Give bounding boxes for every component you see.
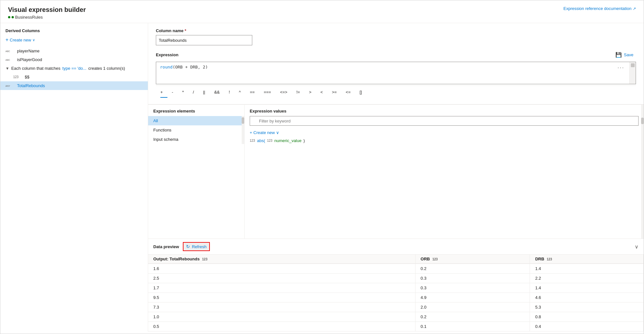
breadcrumb-text: BusinessRules bbox=[15, 15, 43, 20]
expression-values-title: Expression values bbox=[250, 109, 639, 113]
values-list-item[interactable]: 123 abs( 123 numeric_value ) bbox=[250, 137, 639, 144]
val-param-name: numeric_value bbox=[274, 138, 302, 143]
column-name-label: isPlayerGood bbox=[17, 57, 42, 62]
expr-list-item-functions[interactable]: Functions bbox=[148, 125, 244, 135]
create-new-button[interactable]: + Create new ∨ bbox=[0, 36, 148, 47]
values-scrollbar bbox=[641, 105, 644, 239]
main-layout: Derived Columns + Create new ∨ abc playe… bbox=[0, 23, 644, 331]
list-item[interactable]: abc isPlayerGood bbox=[0, 55, 148, 64]
derived-columns-title: Derived Columns bbox=[0, 28, 148, 36]
table-row: 9.54.94.6 bbox=[148, 293, 644, 302]
column-name-input[interactable] bbox=[156, 35, 252, 45]
col-type-badge: 123 bbox=[432, 257, 438, 261]
left-panel: Derived Columns + Create new ∨ abc playe… bbox=[0, 23, 148, 331]
operator-bracket-button[interactable]: [] bbox=[355, 88, 366, 96]
column-name-label: playerName bbox=[17, 49, 40, 53]
collapse-button[interactable]: ∨ bbox=[635, 244, 639, 250]
operator-plus-button[interactable]: + bbox=[156, 88, 167, 96]
each-column-row[interactable]: ▼ Each column that matches type == 'do..… bbox=[0, 64, 148, 73]
expression-elements-list: All Functions Input schema bbox=[148, 116, 244, 144]
arrow-down-icon: ▼ bbox=[5, 66, 9, 71]
operator-multiply-button[interactable]: * bbox=[178, 88, 188, 96]
save-button[interactable]: 💾 Save bbox=[613, 50, 636, 59]
operator-caret-button[interactable]: ^ bbox=[234, 88, 245, 96]
expression-header: Expression 💾 Save bbox=[156, 50, 636, 59]
chevron-down-icon: ∨ bbox=[32, 38, 35, 42]
save-icon: 💾 bbox=[615, 52, 622, 58]
header-left: Visual expression builder BusinessRules bbox=[8, 6, 86, 20]
right-panel: Column name * Expression 💾 Save bbox=[148, 23, 644, 331]
table-row: 7.32.05.3 bbox=[148, 302, 644, 312]
creates-text: creates 1 column(s) bbox=[88, 66, 125, 71]
operator-spaceship-button[interactable]: <=> bbox=[275, 88, 292, 96]
refresh-icon: ↻ bbox=[186, 244, 190, 249]
table-row: 0.50.10.4 bbox=[148, 322, 644, 331]
expression-elements-title: Expression elements bbox=[148, 105, 244, 116]
values-scrollbar-thumb bbox=[641, 118, 644, 124]
table-body: 1.60.21.42.50.32.21.70.31.49.54.94.67.32… bbox=[148, 264, 644, 331]
type-link[interactable]: type == 'do... bbox=[62, 66, 86, 71]
chevron-down-icon: ∨ bbox=[276, 130, 279, 135]
operator-neq-button[interactable]: != bbox=[292, 88, 304, 96]
operator-lt-button[interactable]: < bbox=[316, 88, 327, 96]
table-row: 1.70.31.4 bbox=[148, 283, 644, 293]
filter-wrapper: 🔍 bbox=[250, 116, 639, 126]
expression-area: Column name * Expression 💾 Save bbox=[148, 23, 644, 104]
table-header-output: Output: TotalRebounds 123 bbox=[148, 255, 415, 264]
plus-icon: + bbox=[5, 37, 8, 43]
operator-strict-eq-button[interactable]: === bbox=[259, 88, 276, 96]
refresh-button[interactable]: ↻ Refresh bbox=[183, 242, 210, 251]
operator-lte-button[interactable]: <= bbox=[341, 88, 355, 96]
val-param-type: 123 bbox=[267, 139, 273, 142]
column-name-section: Column name * bbox=[156, 28, 636, 45]
operator-underline bbox=[160, 97, 167, 98]
expr-ellipsis: ... bbox=[617, 65, 624, 69]
type-badge: abc bbox=[5, 49, 14, 53]
expression-code: round(ORB + DRB, 2) bbox=[160, 65, 208, 69]
column-name-label: $$ bbox=[25, 75, 29, 79]
operator-divide-button[interactable]: / bbox=[188, 88, 199, 96]
operator-not-button[interactable]: ! bbox=[224, 88, 235, 96]
operator-minus-button[interactable]: - bbox=[167, 88, 178, 96]
expr-list-item-input-schema[interactable]: Input schema bbox=[148, 135, 244, 144]
operator-gte-button[interactable]: >= bbox=[327, 88, 341, 96]
expression-editor[interactable]: round(ORB + DRB, 2) ... bbox=[156, 62, 636, 84]
plus-icon: + bbox=[250, 130, 252, 135]
expression-section: Expression 💾 Save round(ORB + DRB, 2) ..… bbox=[156, 50, 636, 98]
filter-input[interactable] bbox=[250, 116, 639, 126]
expression-panels: Expression elements All Functions Input … bbox=[148, 104, 644, 239]
page-title: Visual expression builder bbox=[8, 6, 86, 14]
list-item[interactable]: any TotalRebounds bbox=[0, 81, 148, 90]
data-preview: Data preview ↻ Refresh ∨ Output: TotalRe… bbox=[148, 239, 644, 331]
func-name: round bbox=[160, 65, 173, 69]
type-badge: any bbox=[5, 84, 14, 87]
page-header: Visual expression builder BusinessRules … bbox=[0, 0, 644, 23]
expression-label: Expression bbox=[156, 52, 178, 57]
elements-scrollbar bbox=[242, 116, 244, 144]
table-row: 1.60.21.4 bbox=[148, 264, 644, 274]
external-link-icon: ↗ bbox=[633, 6, 636, 11]
green-dot-icon bbox=[8, 16, 14, 18]
each-column-text: Each column that matches bbox=[11, 66, 60, 71]
expression-ref-link[interactable]: Expression reference documentation ↗ bbox=[563, 6, 636, 11]
operator-or-button[interactable]: || bbox=[199, 88, 210, 96]
operator-and-button[interactable]: && bbox=[210, 88, 224, 96]
data-preview-header: Data preview ↻ Refresh ∨ bbox=[148, 239, 644, 255]
table-row: 1.00.20.8 bbox=[148, 312, 644, 322]
expr-list-item-all[interactable]: All bbox=[148, 116, 244, 125]
col-type-badge: 123 bbox=[202, 257, 208, 261]
create-new-values-button[interactable]: + Create new ∨ bbox=[250, 128, 639, 137]
data-preview-title: Data preview bbox=[153, 244, 179, 249]
col-type-badge: 123 bbox=[547, 257, 552, 261]
column-name-field-label: Column name * bbox=[156, 28, 636, 33]
breadcrumb: BusinessRules bbox=[8, 15, 86, 20]
expression-scrollbar bbox=[629, 62, 636, 84]
list-item[interactable]: 123 $$ bbox=[0, 73, 148, 81]
val-type-badge: 123 bbox=[250, 139, 255, 142]
type-badge: 123 bbox=[13, 75, 22, 79]
operator-gt-button[interactable]: > bbox=[304, 88, 316, 96]
expression-elements-panel: Expression elements All Functions Input … bbox=[148, 105, 245, 239]
list-item[interactable]: abc playerName bbox=[0, 47, 148, 55]
column-list: abc playerName abc isPlayerGood ▼ Each c… bbox=[0, 47, 148, 90]
operator-eq-button[interactable]: == bbox=[245, 88, 259, 96]
